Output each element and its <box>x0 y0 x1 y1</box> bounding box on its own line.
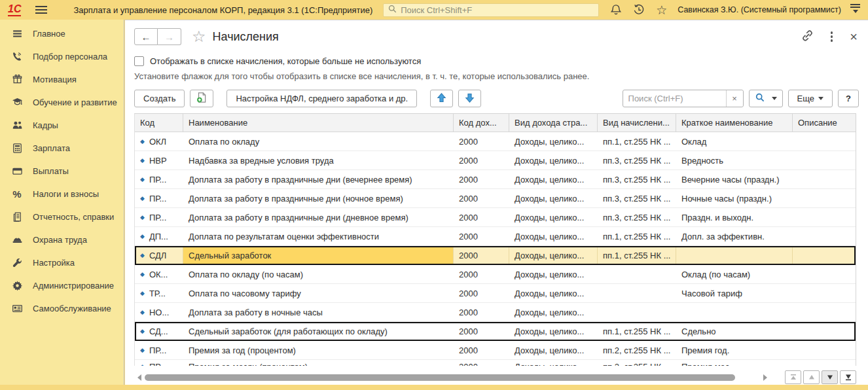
table-row[interactable]: ◆ДП...Доплата по результатам оценки эффе… <box>135 227 856 246</box>
table-row[interactable]: ◆ПР...Доплата за работу в праздничные дн… <box>135 189 856 208</box>
cell-short_name[interactable]: Оклад (по часам) <box>676 270 793 279</box>
cell-code[interactable]: ◆ТР... <box>135 289 183 298</box>
cell-income_code[interactable]: 2000 <box>454 360 509 366</box>
cell-income_code[interactable]: 2000 <box>454 246 509 264</box>
cell-name[interactable]: Надбавка за вредные условия труда <box>183 156 454 166</box>
next-page-button[interactable] <box>822 370 838 384</box>
cell-income_code[interactable]: 2000 <box>454 156 509 166</box>
sidebar-item[interactable]: Зарплата <box>0 137 124 160</box>
sidebar-item[interactable]: Выплаты <box>0 160 124 183</box>
sidebar-item[interactable]: Подбор персонала <box>0 45 124 68</box>
cell-short_name[interactable]: Оклад <box>676 137 793 147</box>
column-header[interactable]: Код дох... <box>454 114 509 132</box>
cell-code[interactable]: ◆ПР... <box>135 194 183 204</box>
list-search-field[interactable]: × <box>623 90 744 107</box>
column-header[interactable]: Вид начислени... <box>598 114 676 132</box>
cell-description[interactable] <box>793 246 856 264</box>
scrollbar-thumb[interactable] <box>145 374 735 381</box>
table-row[interactable]: ◆НВРНадбавка за вредные условия труда200… <box>135 151 856 170</box>
cell-accrual_kind[interactable]: пп.3, ст.255 НК ... <box>598 194 676 204</box>
ndfl-settings-button[interactable]: Настройка НДФЛ, среднего заработка и др. <box>226 90 417 107</box>
current-user[interactable]: Савинская З.Ю. (Системный программист) <box>678 5 841 14</box>
cell-income_kind[interactable]: Доходы, целико... <box>509 246 598 264</box>
help-button[interactable]: ? <box>838 90 859 107</box>
favorites-star-icon[interactable]: ☆ <box>656 4 667 16</box>
horizontal-scrollbar[interactable] <box>134 374 770 381</box>
clear-search-button[interactable]: × <box>726 90 743 107</box>
scrollbar-track[interactable] <box>145 374 760 381</box>
cell-short_name[interactable]: Премия мес. <box>676 360 793 366</box>
global-search-field[interactable] <box>383 3 599 17</box>
bell-icon[interactable] <box>610 4 622 16</box>
table-row[interactable]: ◆НО...Доплата за работу в ночные часы200… <box>135 303 856 322</box>
cell-name[interactable]: Премия за месяц (процентом) <box>183 360 454 366</box>
cell-name[interactable]: Оплата по часовому тарифу <box>183 289 454 298</box>
table-row[interactable]: ◆ТР...Оплата по часовому тарифу2000Доход… <box>135 284 856 303</box>
cell-name[interactable]: Доплата за работу в ночные часы <box>183 308 454 317</box>
sidebar-item[interactable]: Отчетность, справки <box>0 205 124 228</box>
cell-income_code[interactable]: 2000 <box>454 308 509 317</box>
cell-code[interactable]: ◆ОК... <box>135 270 183 279</box>
cell-name[interactable]: Оплата по окладу <box>183 137 454 147</box>
table-row[interactable]: ◆ПР...Доплата за работу в праздничные дн… <box>135 208 856 227</box>
scroll-left-icon[interactable] <box>134 374 141 381</box>
cell-name[interactable]: Доплата за работу в праздничные дни (ноч… <box>183 194 454 204</box>
sidebar-item[interactable]: Охрана труда <box>0 228 124 251</box>
cell-short_name[interactable]: Часовой тариф <box>676 289 793 298</box>
column-header[interactable]: Код <box>135 114 183 132</box>
sidebar-item[interactable]: Настройка <box>0 251 124 274</box>
cell-income_kind[interactable]: Доходы, целико... <box>509 289 598 298</box>
cell-income_code[interactable]: 2000 <box>454 346 509 355</box>
cell-name[interactable]: Доплата за работу в праздничные дни (веч… <box>183 175 454 185</box>
cell-short_name[interactable]: Премия год. <box>676 346 793 355</box>
cell-income_code[interactable]: 2000 <box>454 213 509 222</box>
cell-short_name[interactable]: Допл. за эффективн. <box>676 232 793 241</box>
cell-code[interactable]: ◆ПР... <box>135 360 183 366</box>
table-row[interactable]: ◆ОК...Оплата по окладу (по часам)2000Дох… <box>135 265 856 284</box>
cell-income_code[interactable]: 2000 <box>454 194 509 204</box>
search-settings-button[interactable] <box>749 90 783 107</box>
cell-name[interactable]: Доплата по результатам оценки эффективно… <box>183 232 454 241</box>
cell-short_name[interactable]: Сдельно <box>676 327 793 336</box>
create-button[interactable]: Создать <box>134 90 185 107</box>
close-icon[interactable]: × <box>850 30 858 43</box>
cell-code[interactable]: ◆ОКЛ <box>135 137 183 147</box>
cell-income_code[interactable]: 2000 <box>454 175 509 185</box>
cell-accrual_kind[interactable]: пп.2, ст.255 НК ... <box>598 346 676 355</box>
list-search-input[interactable] <box>623 94 726 103</box>
table-row[interactable]: ◆ПР...Доплата за работу в праздничные дн… <box>135 170 856 189</box>
get-link-icon[interactable] <box>801 29 814 44</box>
sidebar-item[interactable]: Самообслуживание <box>0 297 124 320</box>
cell-code[interactable]: ◆СД... <box>135 327 183 336</box>
global-search-input[interactable] <box>401 5 594 15</box>
column-header[interactable]: Краткое наименование <box>676 114 793 132</box>
cell-income_kind[interactable]: Доходы, целико... <box>509 360 598 366</box>
show-unused-checkbox[interactable] <box>134 56 144 66</box>
sidebar-item[interactable]: Обучение и развитие <box>0 91 124 114</box>
cell-income_code[interactable]: 2000 <box>454 289 509 298</box>
scroll-right-icon[interactable] <box>763 374 770 381</box>
sidebar-item[interactable]: Мотивация <box>0 68 124 91</box>
move-down-button[interactable] <box>458 90 481 107</box>
table-row[interactable]: ◆ПР...Премия за год (процентом)2000Доход… <box>135 341 856 360</box>
column-header[interactable]: Наименование <box>183 114 454 132</box>
cell-accrual_kind[interactable]: пп.1, ст.255 НК ... <box>598 137 676 147</box>
table-row[interactable]: ◆ОКЛОплата по окладу2000Доходы, целико..… <box>135 132 856 151</box>
cell-name[interactable]: Сдельный заработок <box>183 246 454 264</box>
table-row[interactable]: ◆ПР...Премия за месяц (процентом)2000Дох… <box>135 360 856 366</box>
cell-accrual_kind[interactable]: пп.1, ст.255 НК ... <box>598 327 676 336</box>
move-up-button[interactable] <box>430 90 453 107</box>
cell-accrual_kind[interactable]: пп.3, ст.255 НК ... <box>598 156 676 166</box>
back-button[interactable]: ← <box>134 28 158 45</box>
cell-accrual_kind[interactable]: пп.1, ст.255 НК ... <box>598 246 676 264</box>
column-header[interactable]: Вид дохода стра... <box>509 114 598 132</box>
cell-income_kind[interactable]: Доходы, целико... <box>509 175 598 185</box>
forward-button[interactable]: → <box>158 28 181 45</box>
cell-code[interactable]: ◆СДЛ <box>135 246 183 264</box>
cell-income_code[interactable]: 2000 <box>454 137 509 147</box>
history-icon[interactable] <box>633 4 645 16</box>
cell-code[interactable]: ◆НВР <box>135 156 183 166</box>
cell-code[interactable]: ◆ПР... <box>135 175 183 185</box>
previous-page-button[interactable] <box>803 370 820 384</box>
first-page-button[interactable] <box>785 370 801 384</box>
